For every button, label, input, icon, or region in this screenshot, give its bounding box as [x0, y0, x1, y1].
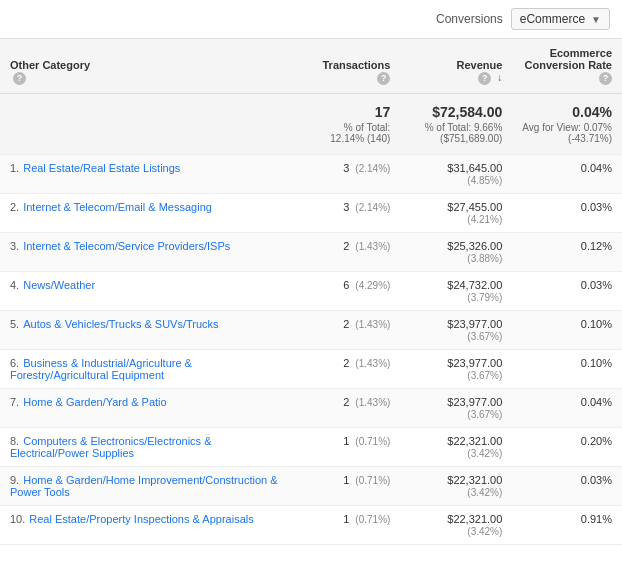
table-row: 5.Autos & Vehicles/Trucks & SUVs/Trucks2…: [0, 311, 622, 350]
revenue-help-icon[interactable]: ?: [478, 72, 491, 85]
row-rate-cell: 0.10%: [512, 350, 622, 389]
row-rate-cell: 0.03%: [512, 467, 622, 506]
row-transactions-cell: 2 (1.43%): [300, 311, 400, 350]
col-revenue: Revenue ? ↓: [400, 39, 512, 94]
row-revenue-pct: (3.67%): [467, 331, 502, 342]
summary-row: 17 % of Total: 12.14% (140) $72,584.00 %…: [0, 94, 622, 155]
row-number: 7.: [10, 396, 19, 408]
row-number: 3.: [10, 240, 19, 252]
row-category-cell: 6.Business & Industrial/Agriculture & Fo…: [0, 350, 300, 389]
other-category-help-icon[interactable]: ?: [13, 72, 26, 85]
row-category-cell: 4.News/Weather: [0, 272, 300, 311]
row-transactions-cell: 3 (2.14%): [300, 155, 400, 194]
row-rate-value: 0.20%: [581, 435, 612, 447]
row-transactions-value: 2: [343, 396, 349, 408]
row-category-cell: 1.Real Estate/Real Estate Listings: [0, 155, 300, 194]
row-transactions-value: 1: [343, 435, 349, 447]
table-row: 10.Real Estate/Property Inspections & Ap…: [0, 506, 622, 545]
row-revenue-cell: $27,455.00 (4.21%): [400, 194, 512, 233]
row-rate-value: 0.04%: [581, 396, 612, 408]
row-transactions-value: 2: [343, 357, 349, 369]
table-row: 1.Real Estate/Real Estate Listings3 (2.1…: [0, 155, 622, 194]
row-category-label[interactable]: News/Weather: [23, 279, 95, 291]
row-rate-cell: 0.12%: [512, 233, 622, 272]
transactions-help-icon[interactable]: ?: [377, 72, 390, 85]
table-row: 3.Internet & Telecom/Service Providers/I…: [0, 233, 622, 272]
row-number: 5.: [10, 318, 19, 330]
summary-revenue-main: $72,584.00: [410, 104, 502, 120]
row-transactions-pct: (0.71%): [355, 514, 390, 525]
row-rate-cell: 0.04%: [512, 389, 622, 428]
row-revenue-value: $31,645.00: [447, 162, 502, 174]
row-revenue-cell: $22,321.00 (3.42%): [400, 506, 512, 545]
row-revenue-cell: $22,321.00 (3.42%): [400, 467, 512, 506]
rate-help-icon[interactable]: ?: [599, 72, 612, 85]
summary-revenue-sub: % of Total: 9.66% ($751,689.00): [410, 122, 502, 144]
row-transactions-pct: (2.14%): [355, 202, 390, 213]
col-other-category: Other Category ?: [0, 39, 300, 94]
row-category-cell: 7.Home & Garden/Yard & Patio: [0, 389, 300, 428]
row-revenue-cell: $23,977.00 (3.67%): [400, 389, 512, 428]
row-transactions-cell: 6 (4.29%): [300, 272, 400, 311]
row-transactions-cell: 1 (0.71%): [300, 428, 400, 467]
row-category-cell: 9.Home & Garden/Home Improvement/Constru…: [0, 467, 300, 506]
top-bar: Conversions eCommerce ▼: [0, 0, 622, 39]
row-category-label[interactable]: Internet & Telecom/Service Providers/ISP…: [23, 240, 230, 252]
row-number: 1.: [10, 162, 19, 174]
conversions-dropdown[interactable]: eCommerce ▼: [511, 8, 610, 30]
row-category-label[interactable]: Home & Garden/Yard & Patio: [23, 396, 166, 408]
row-category-label[interactable]: Business & Industrial/Agriculture & Fore…: [10, 357, 192, 381]
sort-icon[interactable]: ↓: [497, 72, 502, 83]
row-category-label[interactable]: Real Estate/Property Inspections & Appra…: [29, 513, 253, 525]
summary-transactions-cell: 17 % of Total: 12.14% (140): [300, 94, 400, 155]
row-transactions-cell: 2 (1.43%): [300, 233, 400, 272]
row-category-label[interactable]: Computers & Electronics/Electronics & El…: [10, 435, 211, 459]
row-revenue-pct: (3.67%): [467, 370, 502, 381]
row-transactions-value: 3: [343, 201, 349, 213]
row-rate-cell: 0.10%: [512, 311, 622, 350]
row-revenue-value: $22,321.00: [447, 435, 502, 447]
row-revenue-cell: $23,977.00 (3.67%): [400, 311, 512, 350]
row-category-label[interactable]: Autos & Vehicles/Trucks & SUVs/Trucks: [23, 318, 218, 330]
row-transactions-pct: (2.14%): [355, 163, 390, 174]
table-row: 2.Internet & Telecom/Email & Messaging3 …: [0, 194, 622, 233]
conversions-label: Conversions: [436, 12, 503, 26]
table-row: 8.Computers & Electronics/Electronics & …: [0, 428, 622, 467]
row-category-cell: 3.Internet & Telecom/Service Providers/I…: [0, 233, 300, 272]
row-revenue-cell: $24,732.00 (3.79%): [400, 272, 512, 311]
row-transactions-cell: 2 (1.43%): [300, 350, 400, 389]
row-revenue-cell: $25,326.00 (3.88%): [400, 233, 512, 272]
row-rate-value: 0.10%: [581, 357, 612, 369]
row-rate-cell: 0.04%: [512, 155, 622, 194]
summary-rate-sub: Avg for View: 0.07% (-43.71%): [522, 122, 612, 144]
row-category-label[interactable]: Real Estate/Real Estate Listings: [23, 162, 180, 174]
row-rate-value: 0.91%: [581, 513, 612, 525]
row-rate-value: 0.03%: [581, 279, 612, 291]
row-revenue-value: $25,326.00: [447, 240, 502, 252]
row-category-label[interactable]: Home & Garden/Home Improvement/Construct…: [10, 474, 278, 498]
row-transactions-value: 6: [343, 279, 349, 291]
row-revenue-pct: (4.21%): [467, 214, 502, 225]
row-revenue-cell: $23,977.00 (3.67%): [400, 350, 512, 389]
row-number: 4.: [10, 279, 19, 291]
row-category-cell: 5.Autos & Vehicles/Trucks & SUVs/Trucks: [0, 311, 300, 350]
row-rate-cell: 0.20%: [512, 428, 622, 467]
row-transactions-cell: 3 (2.14%): [300, 194, 400, 233]
row-revenue-value: $27,455.00: [447, 201, 502, 213]
row-transactions-pct: (1.43%): [355, 397, 390, 408]
row-transactions-value: 3: [343, 162, 349, 174]
summary-revenue-cell: $72,584.00 % of Total: 9.66% ($751,689.0…: [400, 94, 512, 155]
row-transactions-value: 2: [343, 240, 349, 252]
row-transactions-pct: (0.71%): [355, 436, 390, 447]
summary-transactions-sub: % of Total: 12.14% (140): [310, 122, 390, 144]
row-revenue-value: $23,977.00: [447, 357, 502, 369]
row-category-label[interactable]: Internet & Telecom/Email & Messaging: [23, 201, 212, 213]
row-number: 9.: [10, 474, 19, 486]
row-transactions-pct: (1.43%): [355, 358, 390, 369]
row-number: 8.: [10, 435, 19, 447]
row-transactions-cell: 1 (0.71%): [300, 506, 400, 545]
row-transactions-value: 2: [343, 318, 349, 330]
row-revenue-pct: (3.42%): [467, 448, 502, 459]
col-transactions: Transactions ?: [300, 39, 400, 94]
row-transactions-cell: 1 (0.71%): [300, 467, 400, 506]
